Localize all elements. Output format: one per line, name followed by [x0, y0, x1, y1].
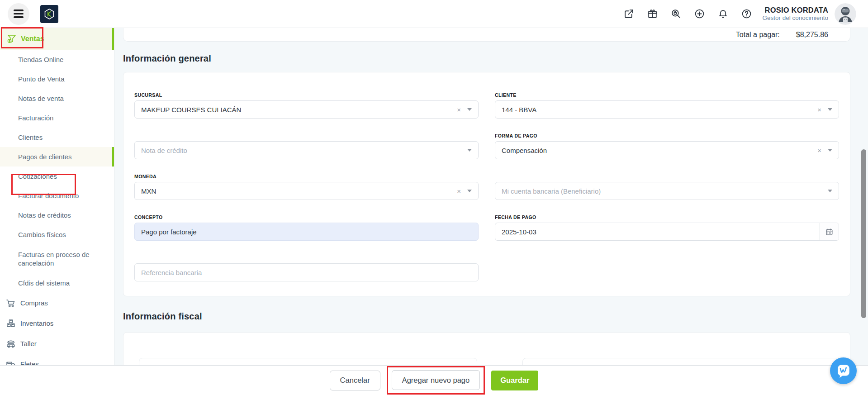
field-forma-pago: FORMA DE PAGO Compensación × — [495, 131, 839, 172]
field-referencia — [134, 253, 479, 294]
sidebar-item-punto-de-venta[interactable]: Punto de Venta — [0, 69, 114, 89]
action-bar: Cancelar Agregar nuevo pago Guardar — [0, 365, 868, 395]
cliente-label: CLIENTE — [495, 90, 839, 100]
field-fecha-pago: FECHA DE PAGO — [495, 213, 839, 253]
fecha-pago-label: FECHA DE PAGO — [495, 213, 839, 223]
field-moneda: MONEDA MXN × — [134, 172, 479, 213]
scrollbar-thumb[interactable] — [861, 149, 866, 318]
chevron-down-icon[interactable] — [828, 149, 832, 152]
forma-pago-value: Compensación — [502, 147, 817, 154]
clear-icon[interactable]: × — [817, 106, 821, 114]
user-info[interactable]: ROSIO KORDATA Gestor del conocimiento — [762, 5, 828, 23]
sidebar-item-cotizaciones[interactable]: Cotizaciones — [0, 167, 114, 186]
referencia-input[interactable] — [134, 263, 479, 281]
cart-icon — [5, 298, 16, 309]
nota-credito-select[interactable]: Nota de crédito — [134, 141, 479, 159]
totals-card: Total a pagar: $8,275.86 — [123, 28, 850, 42]
sidebar-item-notas-de-venta[interactable]: Notas de venta — [0, 89, 114, 108]
search-icon[interactable] — [670, 8, 682, 19]
chevron-down-icon[interactable] — [467, 190, 472, 192]
sidebar-item-inventarios[interactable]: Inventarios — [0, 313, 114, 333]
clear-icon[interactable]: × — [817, 147, 821, 154]
help-icon[interactable] — [741, 8, 752, 19]
chevron-down-icon[interactable] — [828, 190, 832, 192]
sidebar-item-notas-de-creditos[interactable]: Notas de créditos — [0, 205, 114, 225]
notifications-bell-icon[interactable] — [717, 8, 729, 19]
app-logo[interactable] — [40, 5, 58, 23]
sidebar-item-facturacion[interactable]: Facturación — [0, 108, 114, 128]
forma-pago-select[interactable]: Compensación × — [495, 141, 839, 159]
cancel-button[interactable]: Cancelar — [330, 371, 380, 390]
sidebar-item-label: Ventas — [21, 35, 44, 43]
sidebar-item-taller[interactable]: Taller — [0, 333, 114, 354]
sidebar-item-cambios-fisicos[interactable]: Cambios físicos — [0, 225, 114, 244]
sidebar: Ventas Tiendas Online Punto de Venta Not… — [0, 28, 114, 395]
general-info-card: SUCURSAL MAKEUP COURSES CULIACÁN × Nota … — [123, 72, 850, 296]
sucursal-select[interactable]: MAKEUP COURSES CULIACÁN × — [134, 100, 479, 119]
moneda-label: MONEDA — [134, 172, 479, 182]
section-title-general: Información general — [123, 53, 211, 64]
chevron-down-icon[interactable] — [467, 149, 472, 152]
avatar[interactable] — [835, 3, 856, 25]
sidebar-item-pagos-de-clientes[interactable]: Pagos de clientes — [0, 147, 114, 167]
total-value: $8,275.86 — [796, 31, 828, 39]
field-nota-credito: Nota de crédito — [134, 131, 479, 172]
car-icon — [5, 338, 16, 349]
field-cliente: CLIENTE 144 - BBVA × — [495, 90, 839, 131]
field-sucursal: SUCURSAL MAKEUP COURSES CULIACÁN × — [134, 90, 479, 131]
clear-icon[interactable]: × — [457, 187, 461, 195]
nota-credito-placeholder: Nota de crédito — [141, 147, 467, 154]
chevron-down-icon[interactable] — [828, 108, 832, 111]
form-column-left: SUCURSAL MAKEUP COURSES CULIACÁN × Nota … — [134, 90, 479, 296]
chat-widget-button[interactable] — [830, 357, 857, 384]
add-circle-icon[interactable] — [694, 8, 705, 19]
sidebar-item-facturar-documento[interactable]: Facturar documento — [0, 186, 114, 205]
concepto-input[interactable] — [134, 223, 479, 241]
sidebar-item-compras[interactable]: Compras — [0, 293, 114, 313]
cliente-select[interactable]: 144 - BBVA × — [495, 100, 839, 119]
top-header: ROSIO KORDATA Gestor del conocimiento — [0, 0, 868, 28]
avatar-astronaut-icon — [835, 3, 856, 25]
sucursal-label: SUCURSAL — [134, 90, 479, 100]
form-column-right: CLIENTE 144 - BBVA × FORMA DE PAGO Compe… — [495, 90, 839, 296]
section-title-fiscal: Información fiscal — [123, 311, 202, 322]
kordata-hexagon-icon — [43, 8, 55, 20]
app-window: ROSIO KORDATA Gestor del conocimiento Ve… — [0, 0, 868, 395]
main-content: Total a pagar: $8,275.86 Información gen… — [114, 28, 868, 395]
boxes-icon — [5, 318, 16, 329]
moneda-value: MXN — [141, 187, 457, 195]
concepto-label: CONCEPTO — [134, 213, 479, 223]
calendar-icon — [825, 228, 834, 236]
cuenta-bancaria-select[interactable]: Mi cuenta bancaria (Beneficiario) — [495, 182, 839, 200]
sidebar-item-ventas[interactable]: Ventas — [0, 28, 114, 50]
save-button[interactable]: Guardar — [491, 371, 538, 390]
chat-bubble-icon — [835, 363, 852, 379]
sidebar-item-tiendas-online[interactable]: Tiendas Online — [0, 50, 114, 69]
clear-icon[interactable]: × — [457, 106, 461, 114]
cuenta-bancaria-placeholder: Mi cuenta bancaria (Beneficiario) — [502, 187, 828, 195]
sales-funnel-icon — [6, 33, 17, 44]
forma-pago-label: FORMA DE PAGO — [495, 131, 839, 141]
fecha-pago-input[interactable] — [495, 223, 820, 240]
sidebar-item-facturas-en-proceso[interactable]: Facturas en proceso de cancelación — [0, 244, 114, 273]
field-concepto: CONCEPTO — [134, 213, 479, 253]
total-label: Total a pagar: — [736, 31, 780, 39]
annotation-box-add-payment: Agregar nuevo pago — [387, 366, 485, 395]
sidebar-item-cfdis-del-sistema[interactable]: Cfdis del sistema — [0, 273, 114, 293]
moneda-select[interactable]: MXN × — [134, 182, 479, 200]
add-new-payment-button[interactable]: Agregar nuevo pago — [392, 370, 480, 390]
fecha-pago-field — [495, 223, 839, 241]
sucursal-value: MAKEUP COURSES CULIACÁN — [141, 106, 457, 114]
user-name: ROSIO KORDATA — [762, 5, 828, 15]
field-cuenta-bancaria: Mi cuenta bancaria (Beneficiario) — [495, 172, 839, 213]
header-icon-group — [623, 8, 752, 19]
menu-hamburger-button[interactable] — [8, 3, 29, 25]
user-role: Gestor del conocimiento — [762, 14, 828, 22]
gift-icon[interactable] — [647, 8, 658, 19]
external-link-icon[interactable] — [623, 8, 635, 19]
calendar-button[interactable] — [820, 223, 839, 240]
cliente-value: 144 - BBVA — [502, 106, 817, 114]
chevron-down-icon[interactable] — [467, 108, 472, 111]
sidebar-item-clientes[interactable]: Clientes — [0, 128, 114, 147]
